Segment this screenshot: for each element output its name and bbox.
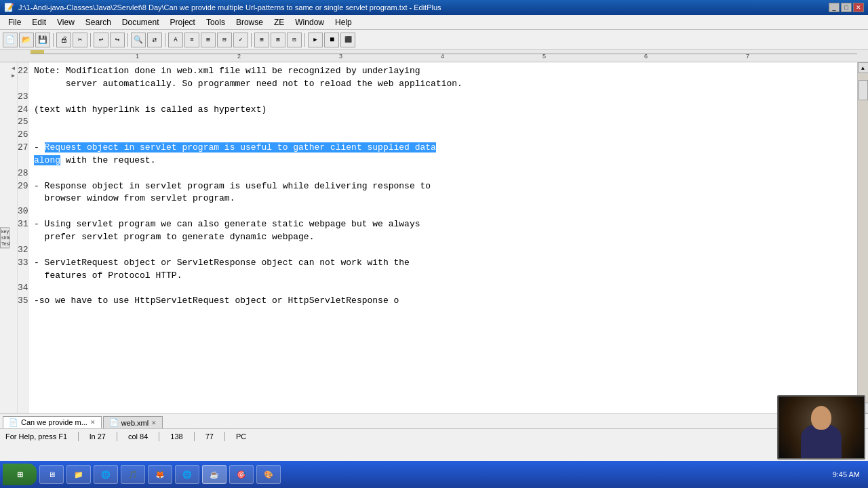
undo-button[interactable]: ↩ [94,33,108,47]
redo-button[interactable]: ↪ [110,33,125,47]
toolbar: 📄 📂 💾 🖨 ✂ ↩ ↪ 🔍 ⇄ A ≡ ⊞ ⊟ ✓ ⊞ ⊠ ⊡ ▶ ⏹ ⬛ [0,30,868,50]
taskbar-btn-app1[interactable]: 🎯 [229,465,254,484]
toolbar-separator-4 [165,33,165,47]
tab-bar: 📄 Can we provide m... ✕ 📄 web.xml ✕ [0,413,868,428]
tab-main-file[interactable]: 📄 Can we provide m... ✕ [3,416,102,428]
toolbar-btn-7[interactable]: ⊞ [201,33,216,47]
code-selection-start: Request object in servlet program is use… [45,142,436,152]
code-area[interactable]: Note: Modification done in web.xml file … [28,62,857,413]
menu-view[interactable]: View [52,15,80,29]
titlebar-controls[interactable]: _ □ ✕ [829,3,864,12]
ruler-mark-6: 6 [644,53,648,60]
toolbar-btn-12[interactable]: ⊡ [287,33,302,47]
app-icon: 📝 [4,3,14,12]
scroll-thumb[interactable] [859,80,868,100]
editor-container: key strik Test ◀ ▶ 22 23 24 25 26 27 28 … [0,62,868,413]
titlebar: 📝 J:\1-Andi-java-Classes\Java\2Servlet\8… [0,0,868,15]
menu-document[interactable]: Document [117,15,165,29]
ruler: 1 2 3 4 5 6 7 [0,50,868,62]
replace-button[interactable]: ⇄ [147,33,162,47]
cut-button[interactable]: ✂ [73,33,87,47]
code-line-33b: features of Protocol HTTP. [34,270,852,283]
tab-webxml[interactable]: 📄 web.xml ✕ [103,416,163,428]
keypanel-line1: key [1,228,8,235]
toolbar-btn-5[interactable]: A [168,33,183,47]
ruler-mark-5: 5 [542,53,546,60]
right-scrollbar[interactable]: ▲ ▼ [857,62,868,413]
toolbar-btn-13[interactable]: ▶ [308,33,323,47]
toolbar-btn-10[interactable]: ⊞ [254,33,269,47]
line-number-29: 29 [18,180,25,193]
scroll-track[interactable] [858,73,869,403]
tab-webxml-close[interactable]: ✕ [151,420,157,426]
keypanel-line3: Test [1,241,8,247]
taskbar: ⊞ 🖥 📁 🌐 🎵 🦊 🌐 ☕ 🎯 🎨 9:45 AM [0,461,868,488]
menu-help[interactable]: Help [330,15,357,29]
toolbar-btn-15[interactable]: ⬛ [340,33,355,47]
taskbar-btn-explorer[interactable]: 🖥 [39,465,64,484]
scroll-up-arrow[interactable]: ▲ [858,62,869,73]
code-line-31a: - Using servlet program we can also gene… [34,218,852,231]
toolbar-btn-11[interactable]: ⊠ [271,33,285,47]
taskbar-btn-ie[interactable]: 🌐 [94,465,118,484]
start-label: ⊞ [17,470,23,479]
fold-arrow-down[interactable]: ▶ [12,73,15,79]
code-line-25 [34,116,852,129]
toolbar-separator-6 [304,33,305,47]
webcam-overlay [777,395,865,460]
menu-ze[interactable]: ZE [269,15,290,29]
line-number-34: 34 [18,282,25,295]
menu-file[interactable]: File [3,15,26,29]
ruler-mark-7: 7 [746,53,749,60]
tab-main-file-label: Can we provide m... [21,418,87,426]
code-line-29a: - Response object in servlet program is … [34,180,852,193]
taskbar-btn-files[interactable]: 📁 [66,465,91,484]
line-number-25: 25 [18,116,25,129]
line-number-33b [18,270,25,283]
menu-edit[interactable]: Edit [26,15,52,29]
ruler-mark-3: 3 [339,53,342,60]
close-button[interactable]: ✕ [853,3,864,12]
menu-search[interactable]: Search [80,15,117,29]
toolbar-btn-9[interactable]: ✓ [233,33,248,47]
ruler-mark-2: 2 [237,53,241,60]
open-button[interactable]: 📂 [19,33,34,47]
taskbar-btn-java[interactable]: ☕ [202,465,226,484]
maximize-button[interactable]: □ [841,3,852,12]
toolbar-separator-5 [251,33,252,47]
line-number-24: 24 [18,104,25,117]
tab-main-file-close[interactable]: ✕ [90,419,96,426]
save-button[interactable]: 💾 [35,33,50,47]
status-val2: 77 [205,432,214,441]
new-button[interactable]: 📄 [3,33,18,47]
statusbar: For Help, press F1 ln 27 col 84 138 77 P… [0,428,868,443]
start-button[interactable]: ⊞ [3,464,37,485]
code-line-26 [34,129,852,142]
code-line-22b: server automatically. So programmer need… [34,78,852,91]
status-sep-3 [159,432,159,441]
status-pc: PC [236,432,246,441]
search-button[interactable]: 🔍 [131,33,146,47]
tab-webxml-label: web.xml [121,419,149,427]
taskbar-btn-app2[interactable]: 🎨 [256,465,281,484]
fold-arrow-up[interactable]: ◀ [12,65,15,71]
line-number-27b [18,155,25,167]
menu-window[interactable]: Window [290,15,330,29]
taskbar-btn-firefox[interactable]: 🦊 [148,465,172,484]
toolbar-btn-6[interactable]: ≡ [184,33,199,47]
tab-webxml-icon: 📄 [109,418,119,427]
code-line-22a: Note: Modification done in web.xml file … [34,65,852,78]
taskbar-btn-browser2[interactable]: 🌐 [175,465,199,484]
toolbar-btn-8[interactable]: ⊟ [217,33,232,47]
keypanel: key strik Test [0,227,9,248]
minimize-button[interactable]: _ [829,3,840,12]
menu-tools[interactable]: Tools [201,15,231,29]
menu-project[interactable]: Project [165,15,201,29]
taskbar-btn-media[interactable]: 🎵 [121,465,145,484]
print-button[interactable]: 🖨 [56,33,71,47]
toolbar-btn-14[interactable]: ⏹ [324,33,339,47]
code-line-30 [34,205,852,218]
line-number-33: 33 [18,257,25,270]
menu-browse[interactable]: Browse [231,15,269,29]
line-number-28: 28 [18,167,25,180]
